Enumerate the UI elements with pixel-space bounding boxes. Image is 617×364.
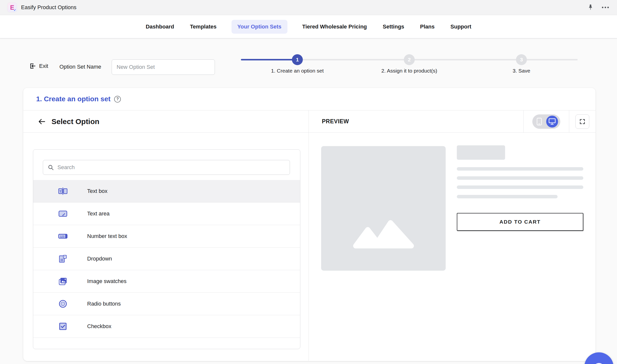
nav-tab-templates[interactable]: Templates bbox=[189, 20, 217, 34]
option-label: Text area bbox=[87, 210, 110, 217]
text-box-icon: T bbox=[58, 186, 68, 196]
exit-label: Exit bbox=[39, 63, 48, 69]
option-set-name-input[interactable] bbox=[112, 59, 215, 75]
app-title: Easify Product Options bbox=[21, 4, 77, 11]
dropdown-icon bbox=[58, 254, 68, 264]
image-placeholder-icon bbox=[351, 212, 416, 250]
text-area-icon bbox=[58, 209, 68, 219]
radio-buttons-icon bbox=[58, 299, 68, 309]
step-circle-3[interactable]: 3 bbox=[516, 54, 527, 65]
device-toggle bbox=[532, 114, 560, 129]
app-logo: E ✓ bbox=[7, 3, 17, 12]
nav-tab-settings[interactable]: Settings bbox=[382, 20, 405, 34]
step-circle-2[interactable]: 2 bbox=[404, 54, 415, 65]
nav-tab-support[interactable]: Support bbox=[449, 20, 472, 34]
option-row-text-area[interactable]: Text area bbox=[33, 203, 300, 225]
option-label: Text box bbox=[87, 188, 107, 194]
option-row-checkbox[interactable]: Checkbox bbox=[33, 315, 300, 338]
option-set-name-label: Option Set Name bbox=[59, 64, 101, 70]
option-label: Checkbox bbox=[87, 323, 111, 330]
nav-tab-your-option-sets[interactable]: Your Option Sets bbox=[231, 20, 287, 34]
page: E ✓ Easify Product Options Dashboard Tem… bbox=[0, 0, 617, 364]
option-label: Image swatches bbox=[87, 278, 127, 285]
svg-text:123: 123 bbox=[60, 235, 64, 238]
preview-title: PREVIEW bbox=[309, 110, 523, 132]
step-label-2: 2. Assign it to product(s) bbox=[357, 68, 461, 74]
step-label-3: 3. Save bbox=[469, 68, 573, 74]
exit-button[interactable]: Exit bbox=[29, 63, 48, 69]
option-label: Number text box bbox=[87, 233, 127, 239]
card-header: 1. Create an option set ? bbox=[23, 88, 595, 110]
more-menu-icon[interactable] bbox=[601, 3, 610, 12]
back-button[interactable] bbox=[38, 117, 46, 126]
nav-tab-dashboard[interactable]: Dashboard bbox=[145, 20, 175, 34]
search-icon bbox=[48, 164, 54, 171]
skeleton-line bbox=[457, 195, 558, 198]
svg-text:T: T bbox=[59, 190, 61, 193]
number-text-box-icon: 123 bbox=[58, 231, 68, 241]
fullscreen-section bbox=[569, 110, 595, 132]
skeleton-line bbox=[457, 176, 583, 180]
step-label-1: 1. Create an option set bbox=[245, 68, 349, 74]
product-title-skeleton bbox=[457, 145, 505, 160]
device-toggle-section bbox=[523, 110, 569, 132]
option-label: Dropdown bbox=[87, 256, 112, 262]
search-input[interactable] bbox=[57, 160, 290, 175]
option-type-list: T Text box Text bbox=[33, 149, 300, 349]
logo-check-icon: ✓ bbox=[14, 8, 16, 12]
select-option-panel: Select Option T bbox=[23, 110, 309, 361]
exit-icon bbox=[29, 63, 36, 69]
option-label: Radio buttons bbox=[87, 301, 121, 307]
product-image-placeholder bbox=[321, 146, 446, 271]
desktop-icon bbox=[548, 118, 556, 125]
main-navigation: Dashboard Templates Your Option Sets Tie… bbox=[0, 15, 617, 38]
desktop-view-button[interactable] bbox=[546, 116, 558, 128]
mobile-icon bbox=[537, 118, 542, 126]
back-arrow-icon bbox=[38, 117, 46, 126]
option-row-radio-buttons[interactable]: Radio buttons bbox=[33, 293, 300, 315]
app-top-bar: E ✓ Easify Product Options bbox=[0, 0, 617, 15]
option-row-dropdown[interactable]: Dropdown bbox=[33, 248, 300, 270]
option-set-card: 1. Create an option set ? Select Option bbox=[23, 88, 595, 361]
mobile-view-button[interactable] bbox=[532, 114, 546, 129]
skeleton-line bbox=[457, 185, 583, 189]
fullscreen-icon bbox=[579, 118, 586, 125]
nav-tab-tiered-wholesale-pricing[interactable]: Tiered Wholesale Pricing bbox=[301, 20, 368, 34]
pin-icon[interactable] bbox=[586, 3, 595, 12]
nav-tab-plans[interactable]: Plans bbox=[419, 20, 436, 34]
help-icon[interactable]: ? bbox=[114, 96, 121, 103]
image-swatches-icon bbox=[58, 276, 68, 286]
step-circle-1[interactable]: 1 bbox=[292, 54, 303, 65]
option-row-text-box[interactable]: T Text box bbox=[33, 180, 300, 203]
search-box bbox=[43, 160, 290, 175]
select-option-title: Select Option bbox=[51, 117, 99, 126]
stepper-progress-fill bbox=[241, 59, 297, 60]
fullscreen-button[interactable] bbox=[575, 114, 589, 129]
chat-widget-icon bbox=[593, 363, 605, 364]
preview-panel: PREVIEW bbox=[309, 110, 595, 361]
checkbox-icon bbox=[58, 321, 68, 331]
product-info-skeleton: ADD TO CART bbox=[457, 145, 583, 160]
card-title: 1. Create an option set bbox=[36, 95, 110, 103]
progress-stepper: 1 2 3 1. Create an option set 2. Assign … bbox=[241, 54, 578, 79]
skeleton-line bbox=[457, 167, 583, 171]
add-to-cart-button[interactable]: ADD TO CART bbox=[457, 213, 583, 231]
option-row-image-swatches[interactable]: Image swatches bbox=[33, 270, 300, 293]
option-row-number-text-box[interactable]: 123 Number text box bbox=[33, 225, 300, 248]
